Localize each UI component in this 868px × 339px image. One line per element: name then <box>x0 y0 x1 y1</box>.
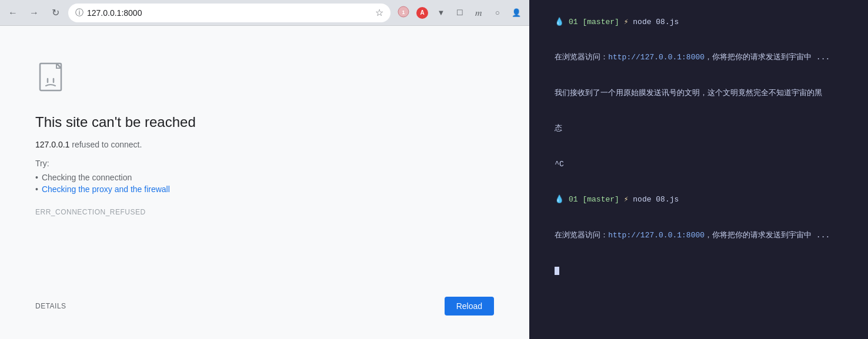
forward-button[interactable]: → <box>26 5 42 21</box>
extension-icon-3[interactable]: ▼ <box>433 5 449 21</box>
terminal-line-5: ^C <box>536 147 861 182</box>
svg-rect-2 <box>40 63 61 90</box>
terminal-line-1: 💧 01 [master] ⚡ node 08.js <box>536 5 861 39</box>
reload-nav-button[interactable]: ↻ <box>47 5 64 21</box>
terminal-line-2: 在浏览器访问：http://127.0.0.1:8000，你将把你的请求发送到宇… <box>536 41 861 75</box>
error-title: This site can't be reached <box>35 114 494 130</box>
terminal-line-6: 💧 01 [master] ⚡ node 08.js <box>536 183 861 217</box>
error-subtitle: 127.0.0.1 refused to connect. <box>35 140 494 149</box>
proxy-firewall-link[interactable]: Checking the proxy and the firewall <box>42 184 170 194</box>
reload-button[interactable]: Reload <box>445 297 494 315</box>
abp-icon[interactable]: A <box>414 5 430 21</box>
terminal-cursor <box>555 267 559 275</box>
extension-icon-5[interactable]: 𝑚 <box>470 5 487 21</box>
terminal-line-4: 态 <box>536 112 861 146</box>
error-icon <box>35 61 71 96</box>
address-bar[interactable]: ⓘ 127.0.0.1:8000 ☆ <box>68 4 390 22</box>
bookmark-icon: ☆ <box>375 7 383 18</box>
browser-content: This site can't be reached 127.0.0.1 ref… <box>0 26 529 339</box>
extension-icon-4[interactable]: ☐ <box>452 5 468 21</box>
details-button[interactable]: DETAILS <box>35 302 66 310</box>
url-text: 127.0.0.1:8000 <box>87 8 372 18</box>
info-icon: ⓘ <box>75 8 84 18</box>
browser-panel: ← → ↻ ⓘ 127.0.0.1:8000 ☆ 1 A ▼ ☐ <box>0 0 529 339</box>
try-label: Try: <box>35 159 494 168</box>
bottom-bar: DETAILS Reload <box>35 297 494 315</box>
browser-toolbar: ← → ↻ ⓘ 127.0.0.1:8000 ☆ 1 A ▼ ☐ <box>0 0 529 26</box>
terminal-panel: 💧 01 [master] ⚡ node 08.js 在浏览器访问：http:/… <box>529 0 868 339</box>
terminal-line-7: 在浏览器访问：http://127.0.0.1:8000，你将把你的请求发送到宇… <box>536 218 861 253</box>
extension-icon-6[interactable]: ○ <box>489 5 506 21</box>
error-code: ERR_CONNECTION_REFUSED <box>35 208 494 216</box>
extension-icon-7[interactable]: 👤 <box>508 5 525 21</box>
back-button[interactable]: ← <box>5 5 21 21</box>
suggestion-1: Checking the connection <box>35 173 494 182</box>
terminal-line-3: 我们接收到了一个用原始膜发送讯号的文明，这个文明竟然完全不知道宇宙的黑 <box>536 76 861 110</box>
extension-icon-1[interactable]: 1 <box>395 5 412 21</box>
error-host: 127.0.0.1 <box>35 140 69 149</box>
suggestion-2[interactable]: Checking the proxy and the firewall <box>35 184 494 194</box>
toolbar-icons: 1 A ▼ ☐ 𝑚 ○ 👤 <box>395 5 525 21</box>
error-subtitle-text: refused to connect. <box>69 140 142 149</box>
terminal-line-8 <box>536 254 861 288</box>
suggestion-list: Checking the connection Checking the pro… <box>35 173 494 196</box>
svg-text:1: 1 <box>402 9 405 15</box>
